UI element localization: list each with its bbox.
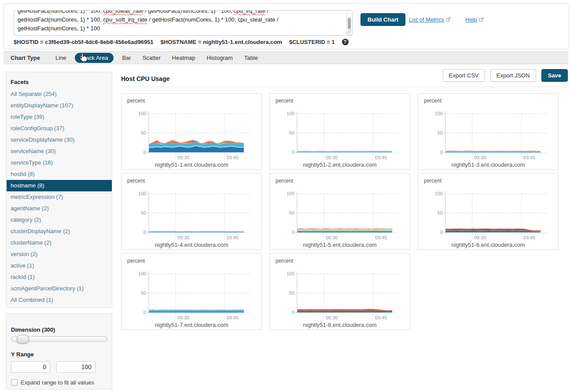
list-of-metrics-link[interactable]: List of Metrics <box>409 16 451 23</box>
facet-item-entitydisplayname[interactable]: entityDisplayName (107) <box>7 100 112 111</box>
svg-text:09:45: 09:45 <box>227 235 239 240</box>
dimension-slider[interactable] <box>11 336 107 342</box>
facet-item-hostname[interactable]: hostname (8) <box>7 180 112 191</box>
facet-item-all-separate[interactable]: All Separate (254) <box>7 88 112 100</box>
query-token: getHostFact(numCores, 1) * 100 <box>18 25 100 32</box>
svg-text:100: 100 <box>138 191 146 196</box>
query-token: / <box>265 10 268 14</box>
facet-item-hostid[interactable]: hostId (8) <box>7 169 112 180</box>
facet-item-rackid[interactable]: rackId (1) <box>7 271 112 283</box>
chart-hostname: nightly51-5.ent.cloudera.com <box>270 242 410 248</box>
chart-card: percent10050009:3009:45nightly51-2.ent.c… <box>269 93 410 170</box>
chart-plot[interactable]: 10050009:3009:45 <box>121 174 261 241</box>
chart-card: percent10050009:3009:45nightly51-3.ent.c… <box>418 93 559 170</box>
svg-text:50: 50 <box>141 210 146 216</box>
svg-text:09:30: 09:30 <box>326 315 338 320</box>
save-button[interactable]: Save <box>541 69 568 82</box>
chart-type-option-heatmap[interactable]: Heatmap <box>172 55 195 61</box>
facet-item-scmagentparceldirectory[interactable]: scmAgentParcelDirectory (1) <box>7 283 112 294</box>
y-range-label: Y Range <box>11 351 107 358</box>
chart-type-option-line[interactable]: Line <box>55 55 66 61</box>
y-max-input[interactable] <box>56 361 96 373</box>
resize-grip-icon[interactable] <box>346 29 352 35</box>
svg-text:09:45: 09:45 <box>523 155 536 160</box>
facet-item-active[interactable]: active (1) <box>7 260 112 271</box>
facet-list: All Separate (254)entityDisplayName (107… <box>7 88 112 306</box>
svg-text:0: 0 <box>440 230 443 235</box>
svg-text:09:30: 09:30 <box>326 155 338 160</box>
query-variable: $CLUSTERID = 1 <box>289 39 335 45</box>
query-textarea[interactable]: getHostFact(numCores, 1) * 100, cpu_iowa… <box>14 10 353 36</box>
chart-type-bar: Chart Type LineStack AreaBarScatterHeatm… <box>4 51 568 64</box>
facet-item-servicename[interactable]: serviceName (30) <box>7 146 112 157</box>
facet-item-all-combined[interactable]: All Combined (1) <box>7 294 112 306</box>
chart-actions: Export CSV Export JSON Save <box>443 69 568 82</box>
svg-text:50: 50 <box>289 290 294 296</box>
facet-item-servicetype[interactable]: serviceType (16) <box>7 157 112 169</box>
chart-plot[interactable]: 10050009:3009:45 <box>270 174 410 241</box>
expand-range-label: Expand range to fit all values <box>21 379 94 386</box>
scrollbar-thumb-icon[interactable] <box>348 18 351 29</box>
svg-text:50: 50 <box>438 210 443 216</box>
svg-text:50: 50 <box>438 130 443 136</box>
query-token: / getHostFact(numCores, 1) * 100, cpu_st… <box>147 16 279 23</box>
svg-text:09:30: 09:30 <box>474 155 486 160</box>
facet-item-metricexpression[interactable]: metricExpression (7) <box>7 191 112 203</box>
query-line: getHostFact(numCores, 1) * 100, cpu_soft… <box>18 15 345 24</box>
svg-text:09:30: 09:30 <box>177 235 190 240</box>
svg-text:09:30: 09:30 <box>177 155 190 160</box>
page: { "theme":{ "primary":"#0e5878","selecte… <box>0 0 570 392</box>
svg-text:0: 0 <box>143 310 146 315</box>
page-title: Host CPU Usage <box>121 75 169 82</box>
facet-item-roleconfiggroup[interactable]: roleConfigGroup (37) <box>7 123 112 134</box>
dimension-label: Dimension (300) <box>11 326 107 333</box>
svg-text:100: 100 <box>287 191 294 196</box>
help-badge-icon[interactable]: ? <box>342 39 349 45</box>
svg-text:09:30: 09:30 <box>326 235 338 240</box>
misspelled-token: cpu_iowait_rate <box>103 10 143 14</box>
slider-thumb[interactable] <box>17 335 29 344</box>
misspelled-token: cpu_irq_rate <box>234 10 265 14</box>
chart-plot[interactable]: 10050009:3009:45 <box>270 94 410 161</box>
chart-type-option-scatter[interactable]: Scatter <box>143 55 161 61</box>
facets-panel: Facets All Separate (254)entityDisplayNa… <box>6 72 112 308</box>
chart-card: percent10050009:3009:45nightly51-4.ent.c… <box>121 173 262 250</box>
chart-card: percent10050009:3009:45nightly51-8.ent.c… <box>269 253 410 330</box>
chart-type-option-bar[interactable]: Bar <box>122 55 131 61</box>
svg-text:100: 100 <box>435 111 443 116</box>
chart-plot[interactable]: 10050009:3009:45 <box>121 254 261 321</box>
svg-text:09:30: 09:30 <box>474 235 486 240</box>
export-csv-button[interactable]: Export CSV <box>443 69 485 82</box>
chart-plot[interactable]: 10050009:3009:45 <box>418 174 558 241</box>
svg-text:50: 50 <box>289 210 294 216</box>
expand-range-checkbox[interactable] <box>11 379 18 386</box>
chart-type-label: Chart Type <box>11 55 40 61</box>
chart-plot[interactable]: 10050009:3009:45 <box>270 254 410 321</box>
chart-plot[interactable]: 10050009:3009:45 <box>121 94 261 161</box>
chart-hostname: nightly51-3.ent.cloudera.com <box>418 161 558 168</box>
chart-type-option-stack-area[interactable]: Stack Area <box>75 53 114 63</box>
facet-item-servicedisplayname[interactable]: serviceDisplayName (30) <box>7 134 112 146</box>
misspelled-token: cpu_soft_irq_rate <box>103 16 147 23</box>
chart-type-options: LineStack AreaBarScatterHeatmapHistogram… <box>50 53 264 63</box>
query-scrollbar[interactable] <box>346 11 352 29</box>
facet-item-clustername[interactable]: clusterName (2) <box>7 237 112 249</box>
facet-item-agentname[interactable]: agentName (2) <box>7 203 112 214</box>
facet-item-clusterdisplayname[interactable]: clusterDisplayName (2) <box>7 226 112 237</box>
chart-plot[interactable]: 10050009:3009:45 <box>418 94 558 161</box>
export-json-button[interactable]: Export JSON <box>490 69 536 82</box>
y-min-input[interactable] <box>11 361 50 373</box>
build-chart-button[interactable]: Build Chart <box>360 13 405 26</box>
svg-text:0: 0 <box>143 150 146 155</box>
chart-type-option-histogram[interactable]: Histogram <box>207 55 233 61</box>
chart-type-option-table[interactable]: Table <box>244 55 258 61</box>
facet-item-roletype[interactable]: roleType (39) <box>7 111 112 123</box>
external-link-icon <box>479 17 484 22</box>
facet-item-version[interactable]: version (2) <box>7 249 112 260</box>
query-line: getHostFact(numCores, 1) * 100 <box>18 24 345 33</box>
help-link[interactable]: Help <box>465 16 484 23</box>
query-variable: $HOSTID = c3f6ed39-cb5f-4dc6-8eb8-456e6a… <box>14 39 154 45</box>
external-link-icon <box>446 17 451 22</box>
facet-item-category[interactable]: category (2) <box>7 214 112 226</box>
chart-card: percent10050009:3009:45nightly51-7.ent.c… <box>121 253 262 330</box>
